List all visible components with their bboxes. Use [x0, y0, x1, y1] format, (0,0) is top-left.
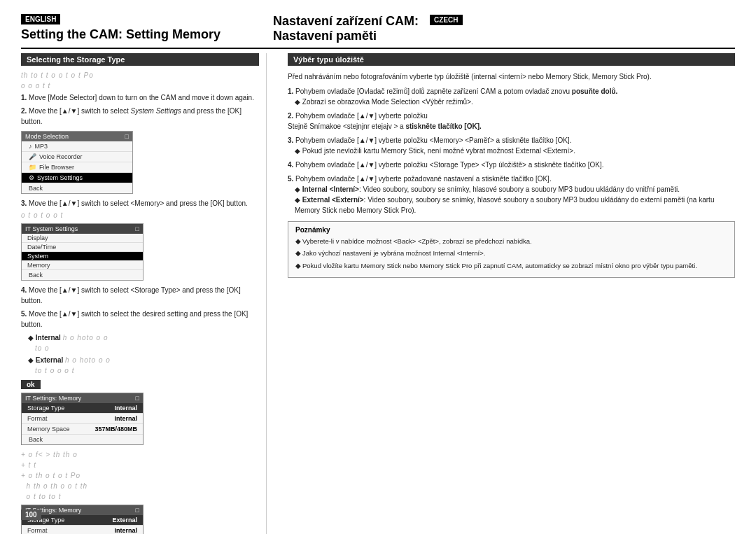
screen2-display: Display — [22, 234, 143, 243]
english-badge: ENGLISH — [21, 14, 60, 24]
title-en: Setting the CAM: Setting Memory — [21, 27, 259, 43]
subsection-title-cz: Výběr typu úložiště — [288, 53, 735, 66]
screen-memory-internal: IT Settings: Memory□ Storage TypeInterna… — [21, 393, 144, 445]
cz-bullet-5b: External <Externí>: Video soubory, soubo… — [295, 195, 735, 216]
screen-mode-selection: Mode Selection □ ♪ MP3 🎤 Voice Recorder … — [21, 131, 133, 194]
footer-line-5: o t to to t — [21, 493, 259, 500]
vertical-divider — [266, 53, 267, 534]
notes-title: Poznámky — [295, 226, 727, 234]
cz-bullet-1: Zobrazí se obrazovka Mode Selection <Výb… — [295, 97, 735, 107]
cz-bullet-3: Pokud jste nevložili kartu Memory Stick,… — [295, 146, 735, 156]
blurred-text-1: th to t t o o t o t Po — [21, 71, 259, 79]
screen2-memory: Memory — [22, 261, 143, 270]
screen1-file: 📁 File Browser — [22, 162, 132, 173]
step-4: 4. Move the [▲/▼] switch to select <Stor… — [21, 285, 259, 306]
screen2-datetime: Date/Time — [22, 243, 143, 252]
notes-box: Poznámky Vyberete-li v nabídce možnost <… — [288, 221, 735, 278]
screen3-title: IT Settings: Memory□ — [22, 393, 143, 403]
step-5: 5. Move the [▲/▼] switch to select the d… — [21, 309, 259, 330]
step-3: 3. Move the [▲/▼] switch to select <Memo… — [21, 198, 259, 209]
screen2-back: Back — [22, 270, 143, 280]
screen1-back: Back — [22, 183, 132, 193]
notes-item-1: Vyberete-li v nabídce možnost <Back> <Zp… — [295, 237, 727, 246]
footer-line-3: + o th o t o t Po — [21, 472, 259, 479]
title-cz-line1: Nastavení zařízení CAM: — [273, 14, 419, 29]
title-cz-line2: Nastavení paměti — [273, 29, 463, 43]
notes-item-3: Pokud vložíte kartu Memory Stick nebo Me… — [295, 261, 727, 271]
footer-line-4: h th o th o o t th — [21, 482, 259, 490]
screen1-title: Mode Selection □ — [22, 132, 132, 141]
notes-item-2: Jako výchozí nastavení je vybrána možnos… — [295, 248, 727, 258]
cz-step-5: 5. Pohybem ovladače [▲/▼] vyberte požado… — [288, 174, 735, 216]
screen-system-settings: IT System Settings □ Display Date/Time S… — [21, 223, 144, 281]
cz-bullet-5a: Internal <Interní>: Video soubory, soubo… — [295, 184, 735, 195]
bullet-internal: Internal h o hoto o oto o — [28, 332, 259, 353]
page-number: 100 — [21, 510, 41, 520]
screen4-format: FormatInternal — [22, 526, 143, 534]
screen1-mp3: ♪ MP3 — [22, 141, 132, 152]
screen3-storage-type: Storage TypeInternal — [22, 403, 143, 414]
cz-step-1: 1. Pohybem ovladače [Ovladač režimů] dol… — [288, 86, 735, 107]
screen1-system: ⚙ System Settings — [22, 173, 132, 183]
bullet-external: External h o hoto o oto t o o o t — [28, 355, 259, 376]
screen2-system: System — [22, 252, 143, 261]
screen2-title: IT System Settings □ — [22, 224, 143, 234]
cz-step-3: 3. Pohybem ovladače [▲/▼] vyberte položk… — [288, 135, 735, 156]
screen3-format: FormatInternal — [22, 414, 143, 424]
screen1-voice: 🎤 Voice Recorder — [22, 152, 132, 162]
cz-step-2: 2. Pohybem ovladače [▲/▼] vyberte položk… — [288, 111, 735, 132]
ok-badge: ok — [21, 380, 41, 389]
step-2: 2. Move the [▲/▼] switch to select Syste… — [21, 106, 259, 127]
cz-intro: Před nahráváním nebo fotografováním vybe… — [288, 71, 735, 82]
screen3-back: Back — [22, 435, 143, 444]
screen3-space: Memory Space357MB/480MB — [22, 424, 143, 435]
subsection-title-en: Selecting the Storage Type — [21, 53, 259, 66]
footer-line-1: + o f< > th th o — [21, 451, 259, 458]
blurred-text-3: o t o t o o t — [21, 211, 259, 219]
czech-badge: CZECH — [430, 15, 462, 25]
footer-line-2: + t t — [21, 461, 259, 469]
blurred-text-2: o o o t t — [21, 82, 259, 90]
step-1: 1. Move [Mode Selector] down to turn on … — [21, 92, 259, 103]
cz-step-4: 4. Pohybem ovladače [▲/▼] vyberte položk… — [288, 160, 735, 170]
